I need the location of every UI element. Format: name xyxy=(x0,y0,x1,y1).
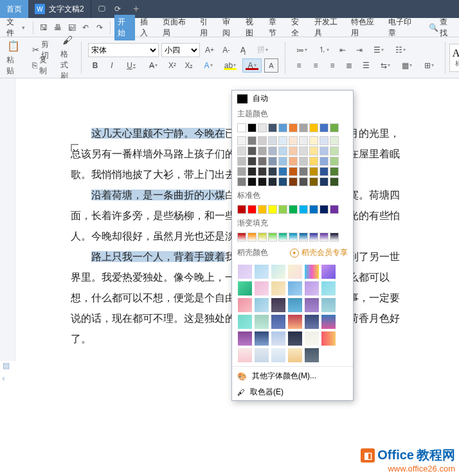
gradient-swatch[interactable] xyxy=(255,265,269,279)
color-swatch[interactable] xyxy=(258,136,267,145)
shading-button[interactable]: ▦ xyxy=(397,58,417,73)
color-swatch[interactable] xyxy=(278,136,287,145)
color-swatch[interactable] xyxy=(289,157,298,166)
gradient-swatch[interactable] xyxy=(238,348,252,362)
gradient-swatch[interactable] xyxy=(288,281,302,295)
color-swatch[interactable] xyxy=(330,233,339,242)
gradient-swatch[interactable] xyxy=(255,298,269,312)
color-swatch[interactable] xyxy=(248,177,256,186)
line-spacing-button[interactable]: ☷ xyxy=(391,43,410,57)
color-swatch[interactable] xyxy=(330,136,339,145)
color-swatch[interactable] xyxy=(268,123,277,132)
color-swatch[interactable] xyxy=(248,157,256,166)
gradient-swatch[interactable] xyxy=(288,265,302,279)
color-swatch[interactable] xyxy=(237,205,246,214)
gradient-swatch[interactable] xyxy=(255,331,269,346)
color-swatch[interactable] xyxy=(330,177,339,186)
color-swatch[interactable] xyxy=(237,167,246,176)
color-swatch[interactable] xyxy=(309,157,318,166)
color-swatch[interactable] xyxy=(330,157,339,166)
color-swatch[interactable] xyxy=(278,167,287,176)
gradient-swatch[interactable] xyxy=(321,281,336,295)
sync-icon[interactable]: ⟳ xyxy=(114,4,121,13)
gradient-swatch[interactable] xyxy=(288,298,302,312)
device-icon[interactable]: 🖵 xyxy=(98,4,105,13)
color-swatch[interactable] xyxy=(278,157,287,166)
color-swatch[interactable] xyxy=(258,146,267,155)
color-swatch[interactable] xyxy=(268,157,277,166)
gradient-swatch[interactable] xyxy=(238,315,252,329)
color-swatch[interactable] xyxy=(268,146,277,155)
page-thumb-icon[interactable]: ▤ xyxy=(3,361,13,370)
text-effects-button[interactable]: A xyxy=(199,58,218,73)
gradient-swatch[interactable] xyxy=(238,281,252,295)
gradient-swatch[interactable] xyxy=(321,265,336,279)
color-swatch[interactable] xyxy=(258,167,267,176)
gradient-swatch[interactable] xyxy=(255,281,269,295)
color-swatch[interactable] xyxy=(258,157,267,166)
color-swatch[interactable] xyxy=(289,136,298,145)
gradient-swatch[interactable] xyxy=(288,315,302,329)
numbering-button[interactable]: ⒈ xyxy=(314,43,333,57)
font-size-select[interactable]: 小四 xyxy=(161,43,200,57)
color-swatch[interactable] xyxy=(248,233,256,242)
more-colors[interactable]: 🎨其他字体颜色(M)... xyxy=(232,368,353,384)
color-swatch[interactable] xyxy=(258,123,267,132)
color-swatch[interactable] xyxy=(237,123,246,132)
paste-button[interactable]: 📋粘贴 xyxy=(4,38,23,78)
color-swatch[interactable] xyxy=(237,136,246,145)
tab-document[interactable]: W 文字文稿2 xyxy=(28,0,91,18)
gradient-swatch[interactable] xyxy=(288,348,302,362)
superscript-button[interactable]: X² xyxy=(165,58,179,73)
chevron-left-icon[interactable]: ‹ xyxy=(3,374,13,383)
gradient-swatch[interactable] xyxy=(305,298,319,312)
color-swatch[interactable] xyxy=(268,205,277,214)
new-tab-button[interactable]: + xyxy=(127,3,145,15)
color-swatch[interactable] xyxy=(320,157,328,166)
gradient-swatch[interactable] xyxy=(305,348,319,362)
decrease-indent-button[interactable]: ⇤ xyxy=(336,43,350,57)
clear-format-button[interactable]: Ą xyxy=(236,43,250,57)
shrink-font-button[interactable]: A- xyxy=(219,43,233,57)
color-swatch[interactable] xyxy=(299,233,308,242)
color-swatch[interactable] xyxy=(299,205,308,214)
gradient-swatch[interactable] xyxy=(238,331,252,346)
menu-insert[interactable]: 插入 xyxy=(136,15,158,40)
align-center-button[interactable]: ≡ xyxy=(309,58,323,73)
color-swatch[interactable] xyxy=(330,146,339,155)
color-swatch[interactable] xyxy=(278,177,287,186)
color-swatch[interactable] xyxy=(258,177,267,186)
gradient-swatch[interactable] xyxy=(321,315,336,329)
gradient-swatch[interactable] xyxy=(271,315,285,329)
color-swatch[interactable] xyxy=(268,233,277,242)
menu-file[interactable]: 文件 xyxy=(3,15,29,40)
tab-settings-button[interactable]: ⇆ xyxy=(375,58,395,73)
gradient-swatch[interactable] xyxy=(305,265,319,279)
font-family-select[interactable]: 宋体 xyxy=(88,43,159,57)
menu-special[interactable]: 特色应用 xyxy=(347,15,382,40)
color-swatch[interactable] xyxy=(289,146,298,155)
color-swatch[interactable] xyxy=(309,233,318,242)
bold-button[interactable]: B xyxy=(88,58,102,73)
color-swatch[interactable] xyxy=(320,136,328,145)
gradient-swatch[interactable] xyxy=(305,331,319,346)
color-swatch[interactable] xyxy=(278,146,287,155)
underline-button[interactable]: U xyxy=(122,58,141,73)
color-swatch[interactable] xyxy=(320,177,328,186)
color-swatch[interactable] xyxy=(248,167,256,176)
menu-stamp[interactable]: 电子印章 xyxy=(384,15,420,40)
color-swatch[interactable] xyxy=(309,146,318,155)
color-swatch[interactable] xyxy=(309,136,318,145)
menu-start[interactable]: 开始 xyxy=(114,15,135,40)
gradient-swatch[interactable] xyxy=(305,281,319,295)
borders-button[interactable]: ⊞ xyxy=(419,58,438,73)
color-swatch[interactable] xyxy=(309,167,318,176)
color-swatch[interactable] xyxy=(289,123,298,132)
italic-button[interactable]: I xyxy=(105,58,119,73)
highlight-button[interactable]: ab xyxy=(221,58,240,73)
distribute-button[interactable]: ☰ xyxy=(359,58,373,73)
color-swatch[interactable] xyxy=(299,167,308,176)
gradient-swatch[interactable] xyxy=(321,331,336,346)
increase-indent-button[interactable]: ⇥ xyxy=(352,43,366,57)
color-swatch[interactable] xyxy=(258,233,267,242)
